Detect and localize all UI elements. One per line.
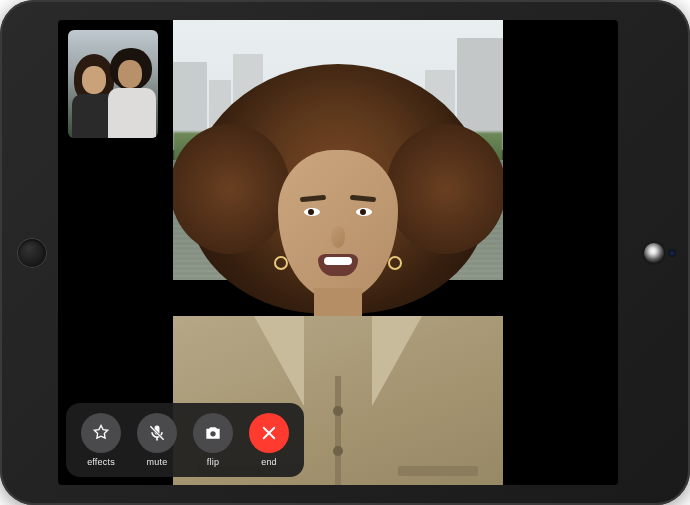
svg-rect-0 xyxy=(156,437,158,440)
ipad-device-frame: effects mute flip end xyxy=(0,0,690,505)
call-controls: effects mute flip end xyxy=(66,403,304,477)
end-label: end xyxy=(261,457,277,467)
home-button[interactable] xyxy=(17,238,47,268)
star-icon xyxy=(81,413,121,453)
effects-button[interactable]: effects xyxy=(78,413,124,467)
end-call-button[interactable]: end xyxy=(246,413,292,467)
front-camera xyxy=(644,243,664,263)
effects-label: effects xyxy=(87,457,115,467)
self-view-pip[interactable] xyxy=(68,30,158,138)
mic-off-icon xyxy=(137,413,177,453)
sensor-dot xyxy=(668,249,676,257)
mute-button[interactable]: mute xyxy=(134,413,180,467)
svg-point-3 xyxy=(210,431,215,436)
flip-button[interactable]: flip xyxy=(190,413,236,467)
close-icon xyxy=(249,413,289,453)
camera-icon xyxy=(193,413,233,453)
mute-label: mute xyxy=(147,457,168,467)
flip-label: flip xyxy=(207,457,219,467)
screen: effects mute flip end xyxy=(58,20,618,485)
